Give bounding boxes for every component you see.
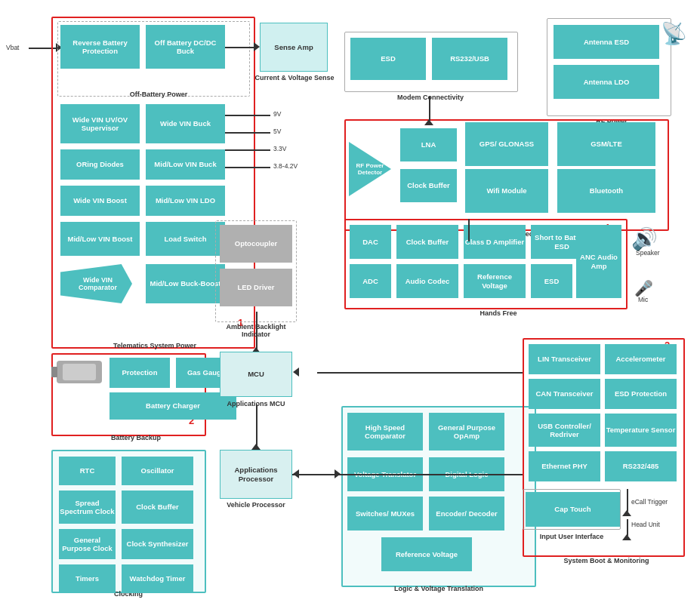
wide-vin-boost-block: Wide VIN Boost — [60, 186, 140, 216]
general-purpose-opamp-block: General Purpose OpAmp — [429, 413, 504, 451]
wide-vin-uv-block: Wide VIN UV/OV Supervisor — [60, 104, 140, 143]
battery-body — [63, 364, 96, 380]
dac-block: DAC — [350, 225, 391, 259]
logic-voltage-label: Logic & Voltage Translation — [355, 585, 523, 592]
arrow-head-unit-head — [622, 534, 631, 540]
off-battery-dc-block: Off Battery DC/DC Buck — [146, 25, 225, 69]
audio-codec-block: Audio Codec — [396, 264, 458, 298]
timers-block: Timers — [59, 564, 116, 593]
protection-block: Protection — [109, 358, 170, 388]
antenna-icon: 📡 — [661, 21, 687, 46]
reference-voltage-logic-block: Reference Voltage — [381, 537, 472, 571]
wifi-module-block: Wifi Module — [465, 169, 548, 213]
oring-diodes-block: ORing Diodes — [60, 149, 140, 180]
modem-label: Modem Connectivity — [370, 94, 491, 101]
speaker-label: Speaker — [636, 249, 660, 257]
arrow-s5-s4-down — [468, 219, 470, 241]
general-purpose-clock-block: General Purpose Clock — [59, 529, 116, 559]
arrow-head-unit — [627, 519, 628, 536]
ethernet-phy-block: Ethernet PHY — [529, 451, 600, 481]
wide-vin-buck-block: Wide VIN Buck — [146, 104, 225, 143]
speaker-icon: 🔊 — [631, 226, 658, 251]
gps-glonass-block: GPS/ GLONASS — [465, 122, 548, 166]
arrow-ecall — [627, 489, 628, 512]
temperature-sensor-block: Temperature Sensor — [605, 414, 677, 447]
watchdog-timer-block: Watchdog Timer — [122, 564, 193, 593]
lin-transceiver-block: LIN Transceiver — [529, 344, 600, 374]
cap-touch-block: Cap Touch — [526, 492, 620, 527]
arrow-modem-wc-head — [424, 119, 433, 125]
rs232-485-block: RS232/485 — [605, 451, 677, 481]
applications-processor-block: Applications Processor — [220, 450, 292, 499]
section3-label: System Boot & Monitoring — [527, 557, 686, 564]
diagram: Vbat Telematics System Power 1 Off-Batte… — [0, 0, 700, 612]
class-d-amp-block: Class D Amplifier — [464, 225, 526, 259]
spread-spectrum-block: Spread Spectrum Clock — [59, 491, 116, 524]
mid-low-buck-boost-block: Mid/Low Buck-Boost — [146, 264, 225, 303]
input-ui-label: Input User Interface — [523, 533, 621, 540]
voltage-3v3: 3.3V — [273, 145, 287, 152]
clock-buffer-hf-block: Clock Buffer — [396, 225, 458, 259]
arrow-9v — [225, 115, 270, 116]
sense-amp-block: Sense Amp — [260, 23, 328, 72]
antenna-ldo-block: Antenna LDO — [554, 65, 659, 99]
rs232-usb-block: RS232/USB — [432, 38, 507, 80]
section4-label: Hands Free — [423, 309, 574, 317]
vbat-label: Vbat — [6, 44, 20, 51]
clock-buffer-wc-block: Clock Buffer — [400, 169, 457, 202]
voltage-3v8: 3.8-4.2V — [273, 162, 298, 170]
esd-protection-block: ESD Protection — [605, 379, 677, 409]
arrow-s3-mcu-head — [293, 368, 299, 377]
voltage-5v: 5V — [273, 128, 281, 135]
mcu-block: MCU — [220, 352, 292, 397]
arrow-5v — [225, 132, 270, 134]
can-transceiver-block: CAN Transceiver — [529, 379, 600, 409]
arrow-to-sense — [225, 47, 255, 48]
gsm-lte-block: GSM/LTE — [557, 122, 655, 166]
switches-muxes-block: Switches/ MUXes — [347, 497, 423, 531]
rtc-block: RTC — [59, 457, 116, 485]
current-voltage-label: Current & Voltage Sense — [249, 74, 340, 81]
battery-icon — [57, 361, 102, 383]
load-switch-block: Load Switch — [146, 222, 225, 256]
mid-low-vin-ldo-block: Mid/Low VIN LDO — [146, 186, 225, 216]
optocoupler-block: Optocoupler — [220, 225, 292, 263]
arrow-s3-mcu — [317, 372, 523, 374]
bluetooth-block: Bluetooth — [557, 169, 655, 213]
mic-icon: 🎤 — [634, 279, 653, 297]
rf-power-detector-label: RF Power Detector — [350, 151, 390, 187]
arrow-3v8 — [225, 167, 270, 168]
section2-label: Battery Backup — [76, 434, 196, 441]
anc-audio-amp-block: ANC Audio Amp — [576, 225, 621, 298]
ecall-label: eCall Trigger — [631, 498, 668, 506]
accelerometer-block: Accelerometer — [605, 344, 677, 374]
encoder-decoder-block: Encoder/ Decoder — [429, 497, 504, 531]
arrow-led-mcu — [256, 312, 257, 349]
arrow-modem-wc — [429, 97, 430, 121]
mid-low-vin-boost-block: Mid/Low VIN Boost — [60, 222, 140, 256]
led-driver-block: LED Driver — [220, 269, 292, 306]
clock-buffer-clk-block: Clock Buffer — [122, 491, 193, 524]
arrow-ecall-head — [622, 510, 631, 516]
arrow-mcu-ap — [256, 404, 257, 446]
lna-block: LNA — [400, 128, 457, 161]
section1-label: Telematics System Power — [76, 342, 234, 349]
reference-voltage-hf-block: Reference Voltage — [464, 264, 526, 298]
oscillator-block: Oscillator — [122, 457, 193, 485]
battery-terminal — [51, 367, 57, 377]
off-battery-label: Off-Battery Power — [98, 91, 219, 98]
adc-block: ADC — [350, 264, 391, 298]
esd-modem-block: ESD — [350, 38, 426, 80]
high-speed-comparator-block: High Speed Comparator — [347, 413, 423, 451]
arrow-s3-ap — [317, 474, 523, 475]
usb-controller-block: USB Controller/ Redriver — [529, 414, 600, 447]
esd-hf-block: ESD — [531, 264, 572, 298]
clock-synthesizer-block: Clock Synthesizer — [122, 529, 193, 559]
antenna-esd-block: Antenna ESD — [554, 25, 659, 59]
head-unit-label: Head Unit — [631, 521, 660, 528]
arrow-3v3 — [225, 149, 270, 151]
arrow-s3-ap-head — [293, 469, 299, 478]
arrow-mcu-ap-head — [251, 444, 261, 450]
voltage-9v: 9V — [273, 110, 281, 118]
mid-low-vin-buck-block: Mid/Low VIN Buck — [146, 149, 225, 180]
